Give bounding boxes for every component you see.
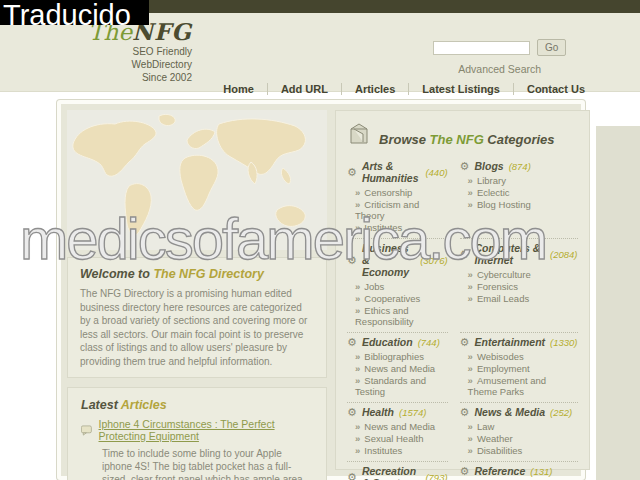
arrow-bullet-icon: »: [355, 433, 360, 444]
category-link[interactable]: Computers & Internet: [474, 242, 545, 266]
subcategory-item: »Disabilities: [468, 445, 578, 456]
subcategory-item: »Institutes: [355, 445, 448, 456]
search-go-button[interactable]: Go: [537, 39, 566, 56]
subcategory-item: »Eclectic: [468, 187, 578, 198]
category-block-reference: ⚙Reference(131) »Parliamentary Procedure…: [460, 462, 578, 480]
subcategory-link[interactable]: Cyberculture: [477, 269, 531, 280]
arrow-bullet-icon: »: [468, 433, 473, 444]
subcategory-link[interactable]: Cooperatives: [364, 293, 420, 304]
left-column: Welcome to The NFG Directory The NFG Dir…: [67, 110, 327, 470]
nav-item-contact-us[interactable]: Contact Us: [514, 83, 585, 95]
subcategory-link[interactable]: Eclectic: [477, 187, 510, 198]
category-count: (744): [418, 337, 440, 348]
gear-icon: ⚙: [347, 255, 357, 266]
subcategory-item: »Criticism and Theory: [355, 199, 448, 221]
subcategory-link[interactable]: Ethics and Responsibility: [355, 305, 414, 327]
page: Traducido TheNFG SEO Friendly WebDirecto…: [0, 0, 640, 480]
subcategory-link[interactable]: Criticism and Theory: [355, 199, 419, 221]
nav-item-articles[interactable]: Articles: [342, 83, 409, 95]
gear-icon: ⚙: [460, 161, 470, 172]
subcategory-item: »Bibliographies: [355, 351, 448, 362]
arrow-bullet-icon: »: [355, 199, 360, 210]
arrow-bullet-icon: »: [355, 351, 360, 362]
category-link[interactable]: Blogs: [474, 160, 503, 172]
subcategory-link[interactable]: Standards and Testing: [355, 375, 426, 397]
category-block-arts-humanities: ⚙Arts & Humanities(440) »Censorship »Cri…: [347, 157, 448, 239]
subcategory-link[interactable]: Jobs: [364, 281, 384, 292]
gear-icon: ⚙: [460, 407, 470, 418]
articles-title-prefix: Latest: [81, 398, 121, 412]
arrow-bullet-icon: »: [468, 375, 473, 386]
category-block-news-media: ⚙News & Media(252) »Law »Weather »Disabi…: [460, 403, 578, 462]
category-link[interactable]: Recreation & Sports: [362, 465, 421, 480]
welcome-text: The NFG Directory is a promising human e…: [80, 287, 314, 368]
subcategory-item: »Email Leads: [468, 293, 578, 304]
subcategory-item: »Webisodes: [468, 351, 578, 362]
articles-title-highlight: Articles: [121, 398, 167, 412]
category-count: (1330): [550, 337, 577, 348]
category-link[interactable]: News & Media: [474, 406, 545, 418]
search-input[interactable]: [433, 41, 530, 55]
arrow-bullet-icon: »: [468, 351, 473, 362]
category-count: (131): [530, 466, 552, 477]
categories-title-suffix: Categories: [487, 132, 554, 147]
latest-articles-title: Latest Articles: [81, 398, 313, 412]
category-link[interactable]: Business & Economy: [362, 242, 415, 278]
category-count: (1574): [399, 407, 426, 418]
category-link[interactable]: Education: [362, 336, 413, 348]
nav-item-latest-listings[interactable]: Latest Listings: [409, 83, 514, 95]
subcategory-link[interactable]: Amusement and Theme Parks: [468, 375, 546, 397]
subcategory-link[interactable]: Employment: [477, 363, 530, 374]
category-grid: ⚙Arts & Humanities(440) »Censorship »Cri…: [347, 157, 578, 480]
category-count: (440): [425, 167, 447, 178]
subcategory-item: »Employment: [468, 363, 578, 374]
subcategory-link[interactable]: Sexual Health: [364, 433, 423, 444]
arrow-bullet-icon: »: [355, 363, 360, 374]
subcategory-link[interactable]: News and Media: [364, 363, 435, 374]
arrow-bullet-icon: »: [468, 445, 473, 456]
arrow-bullet-icon: »: [468, 363, 473, 374]
category-block-computers-internet: ⚙Computers & Internet(2084) »Cybercultur…: [460, 239, 578, 333]
category-count: (2084): [550, 249, 577, 260]
subcategory-link[interactable]: Bibliographies: [364, 351, 424, 362]
subcategory-link[interactable]: Blog Hosting: [477, 199, 531, 210]
arrow-bullet-icon: »: [468, 187, 473, 198]
subcategory-item: »Weather: [468, 433, 578, 444]
category-link[interactable]: Reference: [474, 465, 525, 477]
advanced-search-link[interactable]: Advanced Search: [433, 63, 566, 75]
nav-item-add-url[interactable]: Add URL: [268, 83, 342, 95]
category-link[interactable]: Health: [362, 406, 394, 418]
subcategory-link[interactable]: Censorship: [364, 187, 412, 198]
gear-icon: ⚙: [347, 407, 357, 418]
subcategory-link[interactable]: Library: [477, 175, 506, 186]
category-link[interactable]: Entertainment: [474, 336, 545, 348]
category-link[interactable]: Arts & Humanities: [362, 160, 421, 184]
arrow-bullet-icon: »: [468, 281, 473, 292]
subcategory-link[interactable]: Disabilities: [477, 445, 522, 456]
subcategory-link[interactable]: Forensics: [477, 281, 518, 292]
subcategory-item: »Law: [468, 421, 578, 432]
subcategory-link[interactable]: Law: [477, 421, 494, 432]
gear-icon: ⚙: [460, 337, 470, 348]
nav-item-home[interactable]: Home: [210, 83, 268, 95]
arrow-bullet-icon: »: [468, 421, 473, 432]
category-count: (793): [425, 472, 447, 480]
category-block-blogs: ⚙Blogs(874) »Library »Eclectic »Blog Hos…: [460, 157, 578, 239]
article-link[interactable]: Iphone 4 Circumstances : The Perfect Pro…: [99, 418, 313, 442]
subcategory-link[interactable]: Email Leads: [477, 293, 529, 304]
subcategory-link[interactable]: Institutes: [364, 445, 402, 456]
subcategory-link[interactable]: Institutes: [364, 222, 402, 233]
arrow-bullet-icon: »: [468, 293, 473, 304]
arrow-bullet-icon: »: [355, 421, 360, 432]
subcategory-item: »Cyberculture: [468, 269, 578, 280]
gear-icon: ⚙: [347, 337, 357, 348]
category-count: (874): [509, 161, 531, 172]
subcategory-link[interactable]: Weather: [477, 433, 513, 444]
subcategory-item: »Standards and Testing: [355, 375, 448, 397]
subcategory-link[interactable]: Webisodes: [477, 351, 524, 362]
categories-title: Browse The NFG Categories: [379, 132, 555, 147]
directory-icon: [347, 121, 371, 147]
welcome-title: Welcome to The NFG Directory: [80, 267, 314, 281]
subcategory-link[interactable]: News and Media: [364, 421, 435, 432]
category-count: (3076): [420, 255, 447, 266]
